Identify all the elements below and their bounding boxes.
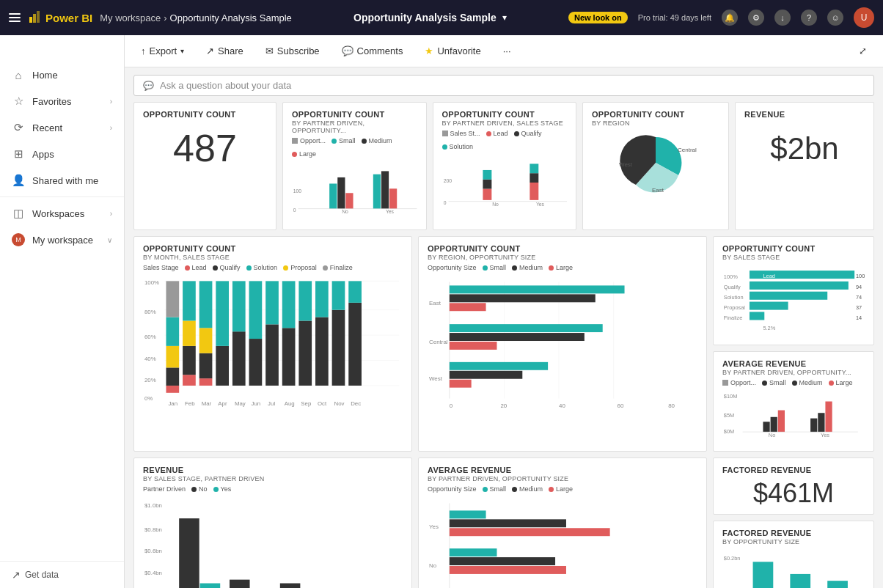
svg-rect-39 [166, 386, 179, 393]
svg-text:Aug: Aug [285, 400, 295, 407]
svg-rect-23 [530, 163, 538, 173]
svg-rect-166 [450, 548, 497, 556]
svg-text:No: No [492, 202, 499, 207]
svg-rect-168 [450, 566, 566, 574]
svg-rect-97 [450, 333, 585, 341]
svg-text:Sep: Sep [301, 400, 312, 407]
svg-rect-19 [483, 180, 491, 189]
svg-text:0: 0 [293, 207, 296, 213]
svg-text:100: 100 [293, 188, 302, 194]
svg-rect-123 [763, 422, 769, 432]
unfavorite-button[interactable]: ★ Unfavorite [420, 43, 485, 59]
svg-rect-51 [199, 281, 213, 328]
svg-rect-66 [332, 310, 345, 386]
more-button[interactable]: ··· [499, 43, 516, 59]
svg-text:$0.8bn: $0.8bn [144, 526, 162, 533]
sidebar-item-myworkspace[interactable]: M My workspace ∨ [0, 227, 124, 253]
svg-text:No: No [342, 209, 348, 214]
svg-text:14: 14 [856, 315, 862, 321]
notifications-icon[interactable]: 🔔 [722, 10, 738, 26]
help-icon[interactable]: ? [801, 10, 817, 26]
svg-rect-44 [183, 375, 196, 386]
right-column-3: Factored Revenue $461M Factored Revenue … [713, 457, 874, 588]
legend: Opportunity Size Small Medium Large [428, 485, 697, 493]
get-data-button[interactable]: ↗ Get data [0, 561, 124, 588]
revenue-card: Revenue $2bn [735, 102, 874, 230]
svg-text:100%: 100% [724, 273, 738, 280]
svg-rect-22 [530, 173, 538, 183]
svg-text:$5M: $5M [724, 412, 734, 419]
svg-text:Mar: Mar [202, 400, 212, 407]
svg-text:Central: Central [429, 339, 448, 345]
svg-text:$0.4bn: $0.4bn [144, 570, 162, 576]
svg-rect-100 [450, 362, 548, 370]
toolbar: ↑ Export ▾ ↗ Share ✉ Subscribe 💬 Comment… [125, 35, 883, 67]
export-button[interactable]: ↑ Export ▾ [136, 43, 188, 59]
funnel-chart: 100% Lead 100% Qualify 94 Solution 74 [722, 261, 865, 337]
opp-count-sales-card: Opportunity Count BY PARTNER DRIVEN, SAL… [433, 102, 577, 230]
right-column-2: Opportunity Count BY SALES STAGE 100% Le… [713, 236, 874, 452]
sidebar-hamburger[interactable] [0, 41, 23, 62]
nav-right: New look on Pro trial: 49 days left 🔔 ⚙ … [568, 7, 874, 28]
svg-rect-54 [232, 331, 246, 386]
chevron-icon: › [110, 124, 112, 132]
svg-rect-127 [818, 413, 824, 432]
svg-rect-126 [810, 419, 817, 432]
expand-button[interactable]: ⤢ [854, 43, 871, 59]
sidebar-item-apps[interactable]: ⊞ Apps [0, 141, 124, 167]
svg-text:80: 80 [668, 403, 675, 410]
svg-text:0: 0 [443, 200, 446, 205]
svg-rect-45 [183, 346, 196, 375]
bar-chart: 0 200 No Yes [442, 153, 568, 215]
recent-icon: ⟳ [12, 121, 25, 134]
sidebar-item-shared[interactable]: 👤 Shared with me [0, 167, 124, 194]
svg-text:80%: 80% [144, 309, 156, 315]
svg-rect-56 [249, 339, 263, 386]
sidebar-item-recent[interactable]: ⟳ Recent › [0, 114, 124, 141]
svg-rect-98 [450, 342, 497, 350]
svg-text:Jan: Jan [168, 400, 177, 407]
user-avatar[interactable]: U [854, 7, 874, 28]
svg-text:94: 94 [856, 284, 862, 290]
svg-rect-64 [315, 317, 329, 386]
download-icon[interactable]: ↓ [774, 10, 791, 26]
comments-button[interactable]: 💬 Comments [337, 43, 408, 59]
star-icon: ★ [425, 45, 433, 56]
svg-text:5.2%: 5.2% [763, 325, 775, 331]
svg-rect-50 [199, 328, 213, 353]
svg-text:West: West [429, 375, 443, 382]
svg-rect-139 [179, 518, 199, 588]
svg-text:Yes: Yes [429, 523, 439, 530]
hamburger-menu[interactable] [9, 13, 21, 22]
opp-count-value: 487 [143, 129, 267, 167]
chevron-down-icon[interactable]: ▾ [502, 12, 507, 23]
app-logo[interactable]: Power BI [28, 11, 92, 24]
sidebar-item-workspaces[interactable]: ◫ Workspaces › [0, 200, 124, 227]
smiley-icon[interactable]: ☺ [827, 10, 843, 26]
ask-question-bar[interactable]: 💬 Ask a question about your data [133, 75, 874, 96]
sidebar-item-home[interactable]: ⌂ Home [0, 62, 124, 88]
subscribe-button[interactable]: ✉ Subscribe [261, 43, 324, 59]
share-button[interactable]: ↗ Share [202, 43, 248, 59]
svg-rect-93 [450, 294, 596, 302]
svg-text:Dec: Dec [351, 400, 361, 407]
svg-text:0: 0 [450, 403, 453, 410]
svg-rect-92 [450, 285, 625, 293]
workspaces-icon: ◫ [12, 207, 25, 220]
svg-rect-55 [232, 281, 246, 331]
avg-revenue-card: Average Revenue BY PARTNER DRIVEN, OPPOR… [713, 351, 874, 452]
svg-rect-114 [750, 302, 788, 310]
settings-icon[interactable]: ⚙ [748, 10, 764, 26]
svg-rect-174 [827, 581, 848, 588]
svg-text:Central: Central [678, 147, 697, 153]
svg-rect-11 [381, 171, 389, 208]
svg-rect-61 [282, 281, 296, 328]
avg-revenue-chart: $10M $5M $0M No [722, 389, 865, 444]
svg-rect-48 [199, 378, 213, 386]
new-look-toggle[interactable]: New look on [568, 12, 628, 23]
svg-text:Jun: Jun [252, 400, 261, 407]
sidebar-item-favorites[interactable]: ☆ Favorites › [0, 88, 124, 114]
stacked-bar-chart: 100% 80% 60% 40% 20% 0% [143, 273, 403, 411]
svg-rect-111 [750, 292, 827, 300]
chevron-icon: › [110, 98, 112, 106]
